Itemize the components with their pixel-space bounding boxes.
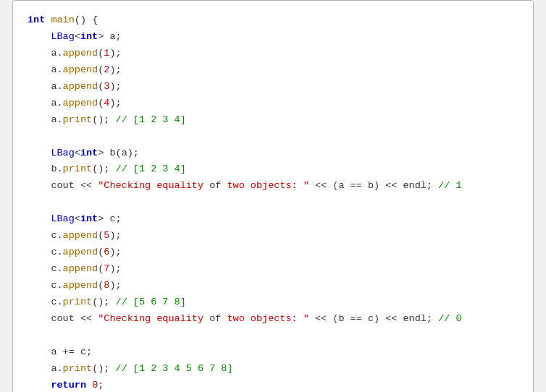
line-23: return 0; xyxy=(28,378,518,392)
line-19: cout << "Checking equality of two object… xyxy=(28,311,518,328)
line-10: b.print(); // [1 2 3 4] xyxy=(28,161,518,178)
line-21: a += c; xyxy=(28,344,518,361)
line-18: c.print(); // [5 6 7 8] xyxy=(28,294,518,311)
line-7: a.print(); // [1 2 3 4] xyxy=(28,112,518,129)
line-16: c.append(7); xyxy=(28,261,518,278)
line-8 xyxy=(28,129,518,145)
line-4: a.append(2); xyxy=(28,62,518,79)
line-14: c.append(5); xyxy=(28,228,518,244)
line-13: LBag<int> c; xyxy=(28,211,518,228)
line-9: LBag<int> b(a); xyxy=(28,145,518,162)
line-5: a.append(3); xyxy=(28,79,518,95)
line-17: c.append(8); xyxy=(28,278,518,294)
line-15: c.append(6); xyxy=(28,244,518,261)
line-3: a.append(1); xyxy=(28,46,518,62)
line-22: a.print(); // [1 2 3 4 5 6 7 8] xyxy=(28,361,518,378)
line-12 xyxy=(28,195,518,211)
line-20 xyxy=(28,328,518,344)
line-2: LBag<int> a; xyxy=(28,29,518,46)
line-6: a.append(4); xyxy=(28,95,518,112)
code-block: int main() { LBag<int> a; a.append(1); a… xyxy=(12,0,534,392)
line-1: int main() { xyxy=(28,12,518,29)
line-11: cout << "Checking equality of two object… xyxy=(28,178,518,195)
